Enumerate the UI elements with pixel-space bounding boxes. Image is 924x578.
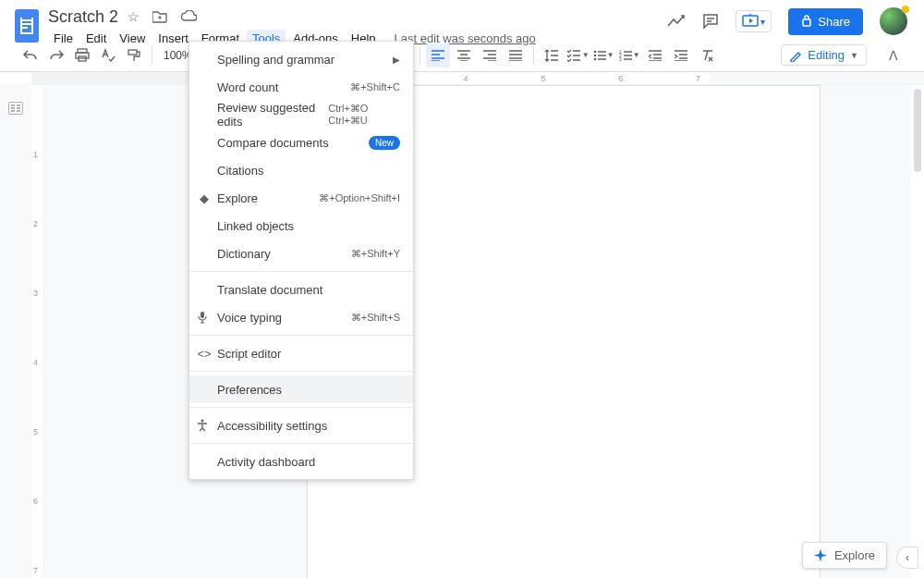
cloud-status-icon[interactable]	[180, 10, 197, 23]
mode-select[interactable]: Editing ▼	[781, 44, 867, 66]
code-icon: <>	[197, 347, 212, 361]
menu-item-accessibility[interactable]: Accessibility settings	[189, 412, 413, 439]
show-side-panel-button[interactable]: ‹	[896, 547, 918, 569]
pencil-icon	[789, 49, 802, 62]
star-icon[interactable]: ☆	[128, 9, 140, 24]
outline-toggle-icon[interactable]	[8, 102, 23, 115]
collapse-toolbar-button[interactable]: ᐱ	[881, 43, 906, 68]
share-button[interactable]: Share	[788, 8, 863, 35]
spellcheck-button[interactable]	[96, 43, 120, 68]
svg-rect-14	[201, 312, 204, 318]
menu-item-explore[interactable]: ◆ Explore ⌘+Option+Shift+I	[189, 184, 413, 212]
vertical-ruler[interactable]: 1 2 3 4 5 6 7	[31, 85, 44, 578]
svg-point-10	[594, 57, 597, 60]
align-center-button[interactable]	[452, 43, 476, 68]
new-badge: New	[369, 136, 400, 150]
svg-rect-5	[128, 50, 137, 55]
menu-item-review-edits[interactable]: Review suggested edits Ctrl+⌘O Ctrl+⌘U	[189, 101, 413, 129]
comments-icon[interactable]	[702, 13, 719, 30]
checklist-button[interactable]: ▼	[565, 43, 590, 68]
workspace: 1 2 3 4 5 6 7	[0, 85, 924, 578]
svg-point-8	[594, 50, 597, 53]
menu-item-citations[interactable]: Citations	[189, 156, 413, 184]
svg-point-15	[201, 420, 204, 423]
header-right: ▾ Share	[667, 7, 909, 35]
menu-item-voice-typing[interactable]: Voice typing ⌘+Shift+S	[189, 303, 413, 331]
menu-item-translate[interactable]: Translate document	[189, 276, 413, 303]
menu-item-script-editor[interactable]: <> Script editor	[189, 339, 413, 367]
align-left-button[interactable]	[426, 43, 450, 68]
chevron-right-icon: ▶	[393, 55, 400, 65]
menu-item-linked-objects[interactable]: Linked objects	[189, 212, 413, 240]
scrollbar-thumb[interactable]	[914, 89, 921, 172]
microphone-icon	[197, 311, 212, 324]
print-button[interactable]	[70, 43, 94, 68]
align-right-button[interactable]	[478, 43, 502, 68]
decrease-indent-button[interactable]	[643, 43, 667, 68]
menu-item-activity-dashboard[interactable]: Activity dashboard	[189, 448, 413, 475]
explore-button[interactable]: Explore	[802, 542, 887, 569]
accessibility-icon	[197, 419, 212, 432]
menu-item-dictionary[interactable]: Dictionary ⌘+Shift+Y	[189, 240, 413, 267]
explore-star-icon	[814, 549, 827, 562]
header: Scratch 2 ☆ File Edit View Insert Format…	[0, 0, 924, 39]
svg-text:3: 3	[619, 56, 622, 61]
document-title[interactable]: Scratch 2	[48, 7, 118, 27]
toolbar: 100%▼ Normal A ▼ ▼ ▼ 123▼ Editing ▼ ᐱ	[0, 39, 924, 72]
svg-rect-3	[76, 53, 89, 58]
horizontal-ruler[interactable]: 1 2 3 4 5 6 7	[0, 72, 924, 85]
undo-button[interactable]	[18, 43, 43, 68]
increase-indent-button[interactable]	[669, 43, 693, 68]
clear-formatting-button[interactable]	[695, 43, 719, 68]
menu-item-compare-docs[interactable]: Compare documents New	[189, 129, 413, 156]
svg-point-9	[594, 54, 597, 56]
bulleted-list-button[interactable]: ▼	[591, 43, 615, 68]
menu-item-spelling[interactable]: Spelling and grammar ▶	[189, 45, 413, 73]
align-justify-button[interactable]	[504, 43, 528, 68]
menu-item-preferences[interactable]: Preferences	[189, 375, 413, 403]
trend-icon[interactable]	[667, 15, 686, 28]
account-avatar[interactable]	[880, 7, 907, 35]
share-label: Share	[818, 15, 850, 29]
present-button[interactable]: ▾	[736, 10, 772, 32]
menu-item-word-count[interactable]: Word count ⌘+Shift+C	[189, 73, 413, 101]
explore-diamond-icon: ◆	[197, 191, 212, 205]
paint-format-button[interactable]	[122, 43, 146, 68]
redo-button[interactable]	[44, 43, 68, 68]
tools-menu-dropdown: Spelling and grammar ▶ Word count ⌘+Shif…	[188, 41, 414, 480]
scrollbar[interactable]	[911, 85, 924, 578]
numbered-list-button[interactable]: 123▼	[617, 43, 641, 68]
svg-rect-1	[803, 19, 810, 26]
docs-logo-icon[interactable]	[15, 9, 39, 43]
move-icon[interactable]	[152, 10, 167, 23]
line-spacing-button[interactable]	[540, 43, 564, 68]
